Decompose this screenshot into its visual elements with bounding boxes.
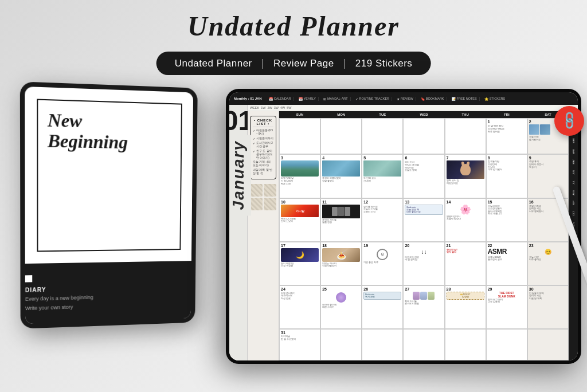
subtitle-item-2: Review Page xyxy=(273,58,334,69)
nav-routine-label: ROUTINE TRACKER xyxy=(359,97,389,100)
cell-21: 21 중요한 날!!잊지 말자 xyxy=(445,242,486,285)
week-4[interactable]: 4W xyxy=(280,106,285,109)
cell-24: 24 여행 준비하기체크리스트작성 완료 xyxy=(279,285,320,329)
cell-empty-31-6 xyxy=(486,329,527,360)
cell-empty-31-4 xyxy=(403,329,444,360)
cell-26: 26 Book note독서 완료 xyxy=(362,285,403,329)
cell-27: 27 최애 아이돌콘서트 티켓팅 xyxy=(403,285,444,329)
nav-item-mandal[interactable]: ⊞ MANDAL-ART xyxy=(321,97,351,101)
tab-jul[interactable]: JUL xyxy=(571,178,576,187)
calendar-icon: 📅 xyxy=(269,97,273,101)
day-mon: MON xyxy=(320,111,362,118)
cell-8: 8 친구들이랑오랜만에만났다너무 반가웠어 xyxy=(486,154,527,198)
diary-title-line2: Beginning xyxy=(48,131,172,154)
cell-14: 14 🌸 발렌타인데이초콜릿 받았다 xyxy=(445,198,486,242)
tablet-right: Monthly : 01 JAN 📅 CALENDAR 📆 YEARLY ⊞ M… xyxy=(226,89,581,364)
cell-30: 30 한 달을 마무리정리의 시간다음 달 계획 xyxy=(527,285,569,329)
tablet-left-screen: New Beginning DIARY Every day is a new b… xyxy=(25,87,193,324)
stickers-icon: ⭐ xyxy=(484,97,488,101)
nav-item-calendar[interactable]: 📅 CALENDAR xyxy=(267,97,294,101)
check-item-2: ✓ 시험준비하기 xyxy=(253,137,273,141)
subtitle-divider-2: | xyxy=(343,57,346,69)
cell-empty-2 xyxy=(320,118,362,154)
nav-mandal-label: MANDAL-ART xyxy=(327,97,348,100)
cell-3: 3 여행 첫째 날산 정상에서찍은 사진 xyxy=(279,154,320,198)
cell-6: 6 여러 가지맛있는 음식을먹었어요오늘도 행복 xyxy=(403,154,444,198)
checklist-title: • CHECK LIST • xyxy=(253,119,273,127)
cell-22: 22 ASMR 유튜브 ASMR들으면서 공부 xyxy=(486,242,527,285)
cell-empty-3 xyxy=(362,118,403,154)
link-button[interactable]: 🔗 xyxy=(554,106,584,136)
tab-may[interactable]: MAY xyxy=(571,157,576,166)
nav-item-bookmark[interactable]: 🔖 BOOKMARK xyxy=(418,97,447,101)
cell-empty-31-5 xyxy=(445,329,486,360)
cell-18: 18 🍝 맛있는 파스타직접 만들었어 xyxy=(320,242,362,285)
cell-29: 29 THE FIRSTSLAM DUNK 영화 보고 왔어너무 감동적 xyxy=(486,285,527,329)
week-5[interactable]: 5W xyxy=(287,106,291,109)
diary-title-box: New Beginning xyxy=(37,99,182,252)
tab-sep[interactable]: SEP xyxy=(571,198,576,207)
cell-1: 1 이 날 먹은 음식소소하고 맛있는하루 였어요 xyxy=(486,118,527,154)
calendar-main: WEEK 1W 2W 3W 4W 5W • CHECK LIST • ✓ xyxy=(248,105,578,360)
cell-31: 31 마지막날한 달 수고했어 xyxy=(279,329,320,360)
notes-icon: 📝 xyxy=(452,97,456,101)
check-item-1: ✓ 아침운동 (6.5 ~ 8시) xyxy=(253,129,273,136)
cell-12: 12 일기를 썼어요오늘의 기억들소중히 간직 xyxy=(362,198,403,242)
nav-item-notes[interactable]: 📝 FREE NOTES xyxy=(449,97,480,101)
tab-oct[interactable]: OCT xyxy=(571,209,576,218)
cell-empty-31-3 xyxy=(362,329,403,360)
nav-month-label: Monthly : 01 JAN xyxy=(234,97,262,100)
food-photo: 🍝 xyxy=(322,248,360,262)
cell-empty-4 xyxy=(403,118,444,154)
tab-mar[interactable]: MAR xyxy=(571,136,576,146)
mountain-photo xyxy=(281,160,319,177)
cell-15: 15 오늘의 메모소소한 일들이쌓여서 행복한하루가 됩니다 xyxy=(486,198,527,242)
cell-empty-31-2 xyxy=(320,329,362,360)
month-label: January xyxy=(229,135,251,215)
tab-apr[interactable]: APR xyxy=(571,147,576,156)
week-label: WEEK xyxy=(250,106,259,109)
cell-empty-31-7 xyxy=(527,329,569,360)
nav-item-yearly[interactable]: 📆 YEARLY xyxy=(296,97,319,101)
bookmark-icon: 🔖 xyxy=(421,97,425,101)
nav-item-review[interactable]: ★ REVIEW xyxy=(394,97,416,101)
checklist-box: • CHECK LIST • ✓ 아침운동 (6.5 ~ 8시) ✓ 시험준비하… xyxy=(250,116,276,179)
cell-19: 19 ☺ 기분 좋은 하루 xyxy=(362,242,403,285)
check-item-5: 오늘 기억 : (떠오는 이야기) xyxy=(253,160,273,167)
cell-13: 13 Book note오늘 읽은 책아주 좋았어요 xyxy=(403,198,444,242)
cell-10: 10 카니발 축제 갔다 왔음진짜 신났다 xyxy=(279,198,320,242)
routine-icon: ✓ xyxy=(355,97,358,101)
cell-empty-5 xyxy=(445,118,486,154)
tab-jun[interactable]: JUN xyxy=(571,168,576,177)
nav-item-routine[interactable]: ✓ ROUTINE TRACKER xyxy=(353,97,392,101)
planner-nav: Monthly : 01 JAN 📅 CALENDAR 📆 YEARLY ⊞ M… xyxy=(229,92,578,105)
main-title: Undated Planner xyxy=(0,10,587,42)
week-2[interactable]: 2W xyxy=(267,106,272,109)
day-fri: FRI xyxy=(486,111,527,118)
cell-4: 4 풍경이 아름다웠어정말 좋았다 xyxy=(320,154,362,198)
day-tue: TUE xyxy=(362,111,403,118)
checklist-sidebar: • CHECK LIST • ✓ 아침운동 (6.5 ~ 8시) ✓ 시험준비하… xyxy=(248,111,279,360)
cell-11: 11 추억의 사진들필름 현상 xyxy=(320,198,362,242)
nav-stickers-label: STICKERS xyxy=(490,97,506,100)
nav-calendar-label: CALENDAR xyxy=(274,97,291,100)
cell-5: 5 두 번째 코스산 계곡 xyxy=(362,154,403,198)
week-3[interactable]: 3W xyxy=(274,106,279,109)
week-1[interactable]: 1W xyxy=(261,106,265,109)
cell-empty-1 xyxy=(279,118,320,154)
moon-photo: 🌙 xyxy=(281,248,319,262)
cell-23: 23 😊 오늘 기분아주 좋아요 xyxy=(527,242,569,285)
nav-notes-label: FREE NOTES xyxy=(457,97,477,100)
nav-item-stickers[interactable]: ⭐ STICKERS xyxy=(482,97,508,101)
subtitle-divider-1: | xyxy=(261,57,264,69)
smiley-sticker: 😊 xyxy=(545,249,551,255)
slam-dunk-sticker: THE FIRSTSLAM DUNK xyxy=(488,291,526,298)
cell-28: 28 🎫 TICKET입장권 xyxy=(445,285,486,329)
diary-bottom: DIARY Every day is a new beginning Write… xyxy=(25,261,193,324)
nav-review-label: REVIEW xyxy=(401,97,413,100)
cell-20: 20 ↓↓ 다운로드 완료새 앱 설치함 xyxy=(403,242,444,285)
link-icon: 🔗 xyxy=(558,110,580,131)
asmr-sticker: ASMR xyxy=(488,248,526,256)
tab-aug[interactable]: AUG xyxy=(571,188,576,198)
day-wed: WED xyxy=(403,111,444,118)
